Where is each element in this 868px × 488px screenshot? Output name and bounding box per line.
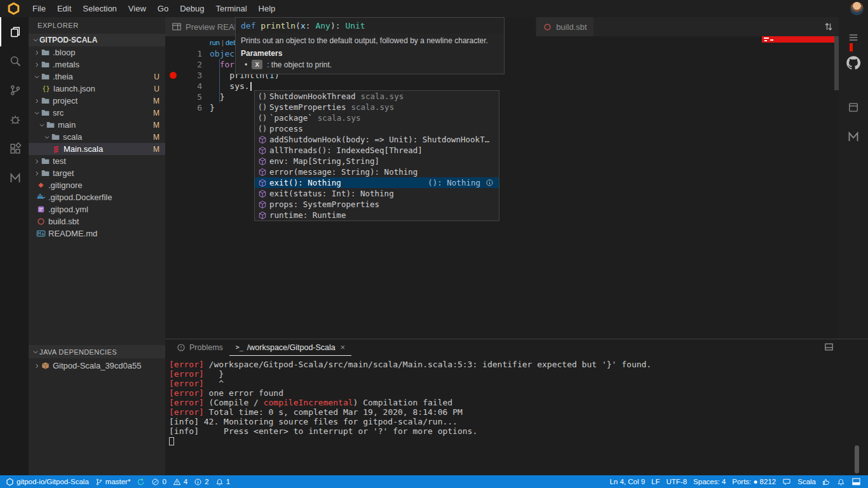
terminal-line: [error] Total time: 0 s, completed Mar 1… (169, 407, 868, 417)
status-encoding[interactable]: UTF-8 (663, 475, 691, 488)
menu-edit[interactable]: Edit (51, 4, 77, 13)
tab-build-sbt[interactable]: build.sbt (536, 17, 593, 36)
status-ports[interactable]: Ports: ● 8212 (729, 475, 779, 488)
status-branch[interactable]: master* (92, 475, 134, 488)
activitybar-extensions[interactable] (0, 134, 29, 163)
suggestion-allthreads-indexedseq-thread[interactable]: allThreads(): IndexedSeq[Thread] (255, 145, 499, 156)
suggestion-runtime-runtime[interactable]: runtime: Runtime (255, 210, 499, 220)
rightbar-outline[interactable] (839, 25, 868, 50)
svg-text:{}: {} (43, 85, 50, 92)
chevron-down-icon (31, 36, 39, 44)
rightbar-github[interactable] (839, 50, 868, 76)
parentheses-icon: () (257, 103, 268, 112)
tree-item-readme-md[interactable]: README.md (29, 227, 165, 240)
suggestion-props-systemproperties[interactable]: props: SystemProperties (255, 199, 499, 210)
status-label: 2 (205, 478, 208, 485)
tree-item-build-sbt[interactable]: build.sbt (29, 215, 165, 227)
status-layout[interactable] (848, 475, 864, 488)
editor-actions-split-icon[interactable] (824, 22, 834, 32)
menu-selection[interactable]: Selection (77, 4, 122, 13)
terminal-line: [error] /workspace/Gitpod-Scala/src/main… (169, 360, 868, 369)
terminal-scrollbar[interactable] (855, 445, 859, 473)
tree-item-target[interactable]: target (29, 167, 165, 179)
tree-item-metals[interactable]: .metals (29, 58, 165, 71)
menu-go[interactable]: Go (152, 4, 174, 13)
tree-item-src[interactable]: srcM (29, 107, 165, 119)
tree-item-launch-json[interactable]: {}launch.jsonU (29, 83, 165, 95)
suggestion-process[interactable]: ()process (255, 123, 499, 134)
close-icon[interactable]: × (341, 343, 345, 352)
parentheses-icon: () (257, 92, 268, 101)
thumbsup-icon (822, 478, 831, 486)
activitybar-metals[interactable] (0, 163, 29, 193)
suggestion-exit-nothing[interactable]: exit(): Nothing(): Nothing (255, 177, 499, 188)
tree-item-main[interactable]: mainM (29, 119, 165, 131)
panel-layout-icon[interactable] (824, 342, 834, 351)
status-eol[interactable]: LF (648, 475, 663, 488)
tree-item-project[interactable]: projectM (29, 95, 165, 107)
editor-gutter[interactable]: 123456 (165, 36, 210, 339)
suggestion-systemproperties[interactable]: ()SystemPropertiesscala.sys (255, 102, 499, 112)
rightbar-metals-doctor[interactable] (839, 124, 868, 149)
suggestion-detail: scala.sys (360, 92, 403, 101)
breakpoint[interactable] (170, 72, 177, 79)
panel-tab-problems[interactable]: Problems (170, 339, 229, 356)
hover-parameters-title: Parameters (236, 47, 504, 58)
tree-item-test[interactable]: test (29, 155, 165, 167)
status-bell[interactable] (834, 475, 848, 488)
suggestion-package[interactable]: ()`package`scala.sys (255, 112, 499, 123)
status-sync[interactable] (133, 475, 148, 488)
project-root-row[interactable]: GITPOD-SCALA (29, 34, 165, 46)
code-line-6[interactable]: } (210, 102, 215, 113)
panel-tab-workspace-gitpod-scala[interactable]: >_/workspace/Gitpod-Scala× (229, 339, 351, 356)
json-icon: {} (41, 84, 51, 93)
status-language[interactable]: Scala (794, 475, 819, 488)
suggestion-exit-status-int-nothing[interactable]: exit(status: Int): Nothing (255, 188, 499, 199)
status-notifications[interactable]: 1 (212, 475, 233, 488)
user-avatar[interactable] (850, 2, 864, 15)
status-feedback[interactable] (779, 475, 794, 488)
suggestion-addshutdownhook-body-unit-shutdownhookt[interactable]: addShutdownHook(body: => Unit): Shutdown… (255, 134, 499, 145)
line-number: 6 (177, 102, 202, 113)
menu-terminal[interactable]: Terminal (210, 4, 252, 13)
terminal-output[interactable]: [error] /workspace/Gitpod-Scala/src/main… (165, 356, 868, 475)
suggestion-error-message-string-nothing[interactable]: error(message: String): Nothing (255, 166, 499, 177)
tree-item-gitignore[interactable]: .gitignore (29, 179, 165, 191)
activitybar-explorer[interactable] (0, 17, 29, 46)
menu-help[interactable]: Help (253, 4, 281, 13)
rightbar-preview[interactable] (839, 95, 868, 120)
activitybar-source-control[interactable] (0, 76, 29, 105)
code-line-5[interactable]: } (210, 92, 224, 102)
tree-item-main-scala[interactable]: Main.scalaM (29, 143, 165, 155)
git-status-badge: M (153, 121, 159, 130)
status-warnings[interactable]: 4 (170, 475, 191, 488)
suggestion-env-map-string-string[interactable]: env: Map[String,String] (255, 156, 499, 166)
tree-item-gitpod-yml[interactable]: .gitpod.yml (29, 203, 165, 215)
folder-icon (41, 168, 50, 178)
menu-view[interactable]: View (123, 4, 152, 13)
code-line-4[interactable]: sys. (210, 81, 252, 92)
menu-file[interactable]: File (27, 4, 51, 13)
tree-item-gitpod-dockerfile[interactable]: .gitpod.Dockerfile (29, 191, 165, 203)
java-deps-header[interactable]: JAVA DEPENDENCIES (29, 345, 165, 358)
sidebar-title: EXPLORER (29, 17, 165, 34)
status-remote[interactable]: gitpod-io/Gitpod-Scala (3, 475, 92, 488)
suggestion-shutdownhookthread[interactable]: ()ShutdownHookThreadscala.sys (255, 91, 499, 102)
menu-debug[interactable]: Debug (174, 4, 210, 13)
suggestion-info-icon[interactable] (484, 179, 494, 187)
tree-item-theia[interactable]: .theiaU (29, 71, 165, 83)
activitybar-debug[interactable] (0, 105, 29, 134)
editor-scrollbar[interactable] (834, 36, 839, 90)
dependency-gitpod-scala-39cd0a55[interactable]: Gitpod-Scala_39cd0a55 (29, 360, 165, 372)
status-thumbsup[interactable] (819, 475, 834, 488)
method-icon (257, 157, 268, 166)
tree-item-bloop[interactable]: .bloop (29, 46, 165, 58)
status-cursor-position[interactable]: Ln 4, Col 9 (606, 475, 648, 488)
bottom-panel: Problems>_/workspace/Gitpod-Scala× [erro… (165, 339, 868, 475)
tree-item-scala[interactable]: scalaM (29, 131, 165, 143)
activitybar-search[interactable] (0, 46, 29, 76)
status-errors[interactable]: 0 (148, 475, 169, 488)
status-infos[interactable]: 2 (191, 475, 212, 488)
status-indentation[interactable]: Spaces: 4 (690, 475, 729, 488)
gitpod-logo-icon[interactable] (0, 2, 27, 15)
